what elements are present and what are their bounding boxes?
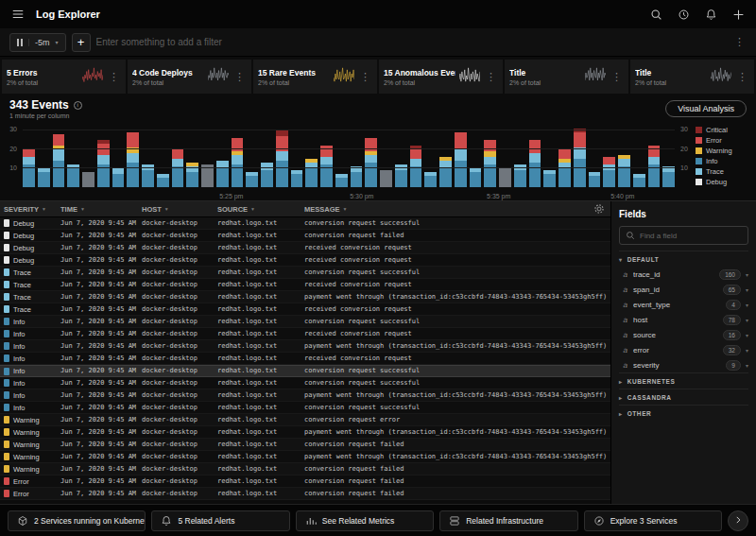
hamburger-menu-icon[interactable] bbox=[11, 8, 25, 21]
chevron-down-icon[interactable]: ▾ bbox=[746, 302, 748, 308]
log-table-row[interactable]: Debug Jun 7, 2020 9:45 AM docker-desktop… bbox=[0, 230, 610, 242]
field-item[interactable]: a source 16 ▾ bbox=[619, 327, 748, 342]
kebab-menu-icon[interactable]: ⋮ bbox=[107, 71, 121, 83]
gear-icon[interactable] bbox=[593, 203, 605, 215]
log-table-row[interactable]: Warning Jun 7, 2020 9:45 AM docker-deskt… bbox=[0, 426, 610, 439]
legend-item[interactable]: Warning bbox=[696, 147, 750, 155]
chevron-down-icon[interactable]: ▾ bbox=[746, 347, 748, 354]
field-item[interactable]: a severity 9 ▾ bbox=[619, 357, 748, 372]
history-clock-icon[interactable] bbox=[678, 9, 690, 21]
legend-item[interactable]: Trace bbox=[696, 167, 750, 176]
log-table-row[interactable]: Trace Jun 7, 2020 9:45 AM docker-desktop… bbox=[0, 291, 610, 303]
kebab-menu-icon[interactable]: ⋮ bbox=[484, 71, 498, 83]
column-header-message[interactable]: MESSAGE▼ bbox=[301, 205, 593, 214]
chart-bar[interactable] bbox=[291, 123, 303, 187]
metric-card[interactable]: 15 Rare Events 2% of total ⋮ bbox=[253, 60, 377, 94]
chart-bar[interactable] bbox=[201, 123, 214, 187]
chart-bar[interactable] bbox=[439, 123, 452, 187]
column-header-source[interactable]: SOURCE▼ bbox=[214, 205, 301, 214]
chevron-down-icon[interactable]: ▾ bbox=[746, 271, 748, 278]
chart-bar[interactable] bbox=[97, 123, 110, 187]
log-table-row[interactable]: Info Jun 7, 2020 9:45 AM docker-desktop … bbox=[0, 377, 610, 389]
log-table-row[interactable]: Trace Jun 7, 2020 9:45 AM docker-desktop… bbox=[0, 267, 610, 279]
kebab-menu-icon[interactable]: ⋮ bbox=[732, 36, 747, 48]
chart-bar[interactable] bbox=[67, 123, 79, 187]
field-item[interactable]: a event_type 4 ▾ bbox=[619, 297, 748, 312]
chart-bar[interactable] bbox=[23, 123, 35, 187]
field-item[interactable]: a host 78 ▾ bbox=[619, 312, 748, 327]
chart-bar[interactable] bbox=[574, 123, 586, 187]
chart-bar[interactable] bbox=[648, 123, 661, 187]
log-table-row[interactable]: Trace Jun 7, 2020 9:45 AM docker-desktop… bbox=[0, 303, 610, 316]
chevron-down-icon[interactable]: ▾ bbox=[746, 317, 748, 323]
log-table-row[interactable]: Warning Jun 7, 2020 9:45 AM docker-deskt… bbox=[0, 414, 610, 426]
legend-item[interactable]: Debug bbox=[696, 178, 750, 186]
log-table-row[interactable]: Warning Jun 7, 2020 9:45 AM docker-deskt… bbox=[0, 463, 610, 475]
log-table-row[interactable]: Info Jun 7, 2020 9:45 AM docker-desktop … bbox=[0, 365, 610, 377]
log-table-row[interactable]: Warning Jun 7, 2020 9:45 AM docker-deskt… bbox=[0, 451, 610, 463]
chart-bar[interactable] bbox=[53, 123, 65, 187]
metric-card[interactable]: Title 2% of total ⋮ bbox=[630, 60, 754, 94]
filter-input[interactable] bbox=[96, 37, 727, 47]
kebab-menu-icon[interactable]: ⋮ bbox=[232, 71, 247, 83]
plus-icon[interactable] bbox=[732, 9, 745, 21]
chart-bar[interactable] bbox=[186, 123, 198, 187]
bottom-action-button[interactable]: 2 Services running on Kubernetes bbox=[8, 510, 146, 531]
log-table-row[interactable]: Info Jun 7, 2020 9:45 AM docker-desktop … bbox=[0, 353, 610, 365]
chart-bar[interactable] bbox=[335, 123, 348, 187]
info-icon[interactable]: i bbox=[74, 101, 82, 110]
chevron-down-icon[interactable]: ▾ bbox=[746, 362, 748, 369]
legend-item[interactable]: Info bbox=[696, 157, 750, 165]
add-filter-button[interactable]: + bbox=[72, 33, 91, 52]
chart-bar[interactable] bbox=[365, 123, 377, 187]
kebab-menu-icon[interactable]: ⋮ bbox=[735, 71, 749, 83]
chart-bar[interactable] bbox=[543, 123, 556, 187]
chart-bar[interactable] bbox=[484, 123, 496, 187]
metric-card[interactable]: 15 Anomalous Events 2% of total ⋮ bbox=[379, 60, 503, 94]
expand-right-button[interactable] bbox=[728, 510, 748, 531]
visual-analysis-button[interactable]: Visual Analysis bbox=[665, 100, 747, 117]
chart-bar[interactable] bbox=[112, 123, 125, 187]
log-table-row[interactable]: Trace Jun 7, 2020 9:45 AM docker-desktop… bbox=[0, 279, 610, 291]
legend-item[interactable]: Critical bbox=[696, 126, 750, 134]
chart-bar[interactable] bbox=[305, 123, 318, 187]
log-table-row[interactable]: Info Jun 7, 2020 9:45 AM docker-desktop … bbox=[0, 389, 610, 402]
chart-bar[interactable] bbox=[216, 123, 229, 187]
chart-bar[interactable] bbox=[380, 123, 392, 187]
chart-bar[interactable] bbox=[424, 123, 437, 187]
chart-bar[interactable] bbox=[172, 123, 184, 187]
field-item[interactable]: a span_id 65 ▾ bbox=[619, 282, 748, 297]
chart-bar[interactable] bbox=[618, 123, 630, 187]
field-search-input[interactable] bbox=[640, 232, 742, 240]
kebab-menu-icon[interactable]: ⋮ bbox=[610, 71, 624, 83]
field-section-header[interactable]: ▾ DEFAULT bbox=[619, 251, 748, 267]
chart-bar[interactable] bbox=[529, 123, 541, 187]
metric-card[interactable]: Title 2% of total ⋮ bbox=[505, 60, 628, 94]
chart-bar[interactable] bbox=[603, 123, 615, 187]
log-table-row[interactable]: Debug Jun 7, 2020 9:45 AM docker-desktop… bbox=[0, 217, 610, 230]
chart-bar[interactable] bbox=[558, 123, 571, 187]
chart-bar[interactable] bbox=[633, 123, 645, 187]
bottom-action-button[interactable]: 5 Related Alerts bbox=[151, 510, 289, 531]
chart-bar[interactable] bbox=[395, 123, 407, 187]
log-table-row[interactable]: Error Jun 7, 2020 9:45 AM docker-desktop… bbox=[0, 475, 610, 488]
chart-bar[interactable] bbox=[276, 123, 288, 187]
chart-bar[interactable] bbox=[232, 123, 244, 187]
chart-bar[interactable] bbox=[470, 123, 482, 187]
chart-bar[interactable] bbox=[455, 123, 467, 187]
legend-item[interactable]: Error bbox=[696, 136, 750, 145]
kebab-menu-icon[interactable]: ⋮ bbox=[358, 71, 372, 83]
chart-bar[interactable] bbox=[246, 123, 258, 187]
log-table-row[interactable]: Debug Jun 7, 2020 9:45 AM docker-desktop… bbox=[0, 254, 610, 267]
chart-bar[interactable] bbox=[514, 123, 526, 187]
chart-bar[interactable] bbox=[320, 123, 333, 187]
log-table-row[interactable]: Warning Jun 7, 2020 9:45 AM docker-deskt… bbox=[0, 439, 610, 451]
field-section-header[interactable]: ▸ OTHER bbox=[619, 405, 748, 421]
chart-bar[interactable] bbox=[127, 123, 139, 187]
chart-bar[interactable] bbox=[351, 123, 363, 187]
chart-bar[interactable] bbox=[499, 123, 511, 187]
log-table-row[interactable]: Info Jun 7, 2020 9:45 AM docker-desktop … bbox=[0, 340, 610, 353]
chart-bar[interactable] bbox=[82, 123, 94, 187]
chevron-down-icon[interactable]: ▾ bbox=[746, 332, 748, 338]
pause-icon[interactable] bbox=[17, 39, 29, 46]
